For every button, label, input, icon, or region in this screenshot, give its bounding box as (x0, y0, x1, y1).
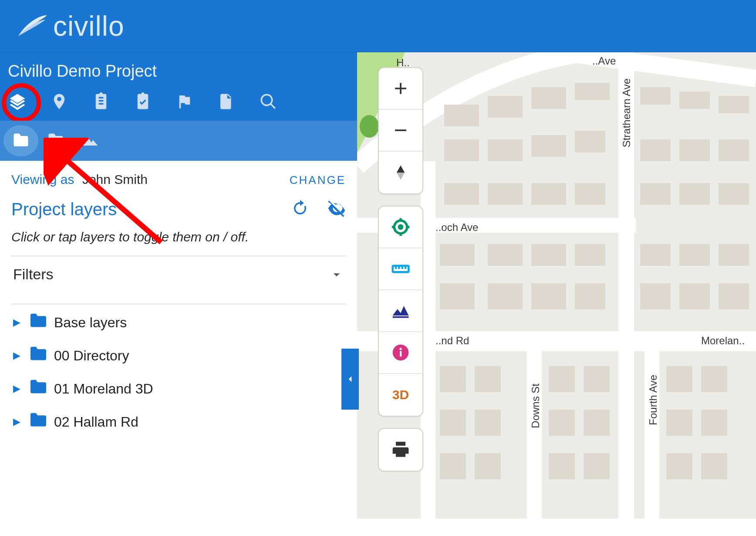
svg-rect-32 (488, 244, 523, 266)
street-label: Strathearn Ave (621, 78, 633, 147)
map-canvas[interactable]: H.. ..Ave Strathearn Ave ..och Ave ..nd … (357, 52, 756, 536)
svg-rect-28 (640, 183, 671, 205)
reset-north-button[interactable] (379, 152, 422, 193)
print-control-group (378, 428, 423, 472)
map-controls: 3D (378, 67, 423, 472)
folder-icon (29, 313, 48, 332)
street-label: ..Ave (592, 55, 616, 67)
refresh-button[interactable] (291, 199, 309, 219)
sidebar-subtabs (0, 121, 357, 161)
subtab-folder[interactable] (3, 125, 38, 156)
layer-folder-item[interactable]: ▶ 01 Moreland 3D (11, 372, 346, 405)
tool-search[interactable] (256, 89, 280, 114)
svg-rect-50 (701, 366, 727, 392)
print-button[interactable] (379, 429, 422, 471)
filters-label: Filters (13, 266, 54, 283)
tool-pin[interactable] (47, 89, 71, 114)
svg-rect-41 (575, 283, 605, 309)
info-icon (391, 343, 410, 362)
sidebar-collapse-button[interactable] (341, 349, 359, 410)
svg-rect-34 (575, 244, 605, 266)
refresh-icon (291, 199, 309, 217)
svg-rect-15 (679, 92, 710, 109)
change-user-link[interactable]: CHANGE (290, 173, 346, 187)
terrain-icon (81, 131, 100, 150)
visibility-off-button[interactable] (327, 199, 346, 219)
subtab-terrain[interactable] (73, 125, 108, 156)
flag-icon (176, 92, 194, 111)
tool-file[interactable] (214, 89, 239, 114)
layers-panel: Viewing as John Smith CHANGE Project lay… (0, 161, 357, 536)
tool-checklist[interactable] (131, 89, 155, 114)
svg-rect-54 (584, 410, 610, 436)
street-label: Downs St (530, 383, 542, 428)
three-d-label: 3D (392, 387, 409, 402)
three-d-button[interactable]: 3D (379, 374, 422, 416)
file-icon (217, 92, 236, 111)
layer-name: 01 Moreland 3D (54, 381, 153, 397)
svg-rect-59 (549, 453, 575, 479)
svg-rect-67 (400, 351, 402, 356)
brand-swoosh-icon (17, 14, 48, 38)
svg-rect-6 (645, 331, 659, 536)
tool-flag[interactable] (172, 89, 197, 114)
svg-point-64 (398, 224, 404, 230)
svg-rect-37 (719, 244, 749, 266)
layer-folder-item[interactable]: ▶ 00 Directory (11, 339, 346, 372)
svg-rect-18 (488, 139, 523, 161)
svg-rect-38 (440, 283, 475, 309)
layer-name: Base layers (54, 315, 127, 331)
caret-right-icon: ▶ (13, 317, 21, 328)
svg-rect-27 (575, 183, 605, 205)
svg-rect-36 (679, 244, 710, 266)
svg-rect-45 (440, 366, 466, 392)
zoom-control-group (378, 67, 423, 194)
svg-rect-26 (531, 183, 566, 205)
tool-clipboard[interactable] (89, 89, 113, 114)
svg-rect-31 (440, 244, 475, 266)
folder-icon (11, 131, 30, 150)
svg-rect-58 (475, 453, 501, 479)
svg-rect-62 (701, 453, 727, 479)
info-button[interactable] (379, 332, 422, 374)
chevron-left-icon (344, 373, 356, 385)
svg-rect-12 (531, 87, 566, 109)
ruler-icon (391, 259, 410, 278)
svg-rect-24 (444, 183, 479, 205)
layer-folder-item[interactable]: ▶ 02 Hallam Rd (11, 405, 346, 438)
locate-button[interactable] (379, 207, 422, 248)
caret-right-icon: ▶ (13, 416, 21, 427)
street-label: Morelan.. (701, 335, 745, 347)
pin-icon (50, 92, 68, 111)
app-header: civillo (0, 0, 756, 52)
measure-button[interactable] (379, 248, 422, 290)
viewing-row: Viewing as John Smith CHANGE (11, 172, 346, 187)
svg-rect-46 (475, 366, 501, 392)
street-label: Fourth Ave (647, 375, 659, 425)
visibility-off-icon (327, 199, 346, 217)
filters-row[interactable]: Filters (11, 256, 346, 292)
sidebar-toolbar (0, 85, 357, 121)
minus-icon (391, 121, 410, 140)
zoom-in-button[interactable] (379, 68, 422, 110)
sidebar: Civillo Demo Project (0, 52, 357, 536)
viewing-user: John Smith (82, 172, 148, 187)
caret-right-icon: ▶ (13, 383, 21, 394)
layer-folder-item[interactable]: ▶ Base layers (11, 306, 346, 339)
subtab-person-folder[interactable] (38, 125, 73, 156)
svg-rect-19 (531, 135, 566, 157)
chevron-down-icon (329, 267, 344, 282)
svg-rect-20 (575, 131, 605, 153)
zoom-out-button[interactable] (379, 110, 422, 152)
svg-rect-44 (719, 283, 749, 309)
svg-rect-22 (679, 139, 710, 161)
profile-button[interactable] (379, 290, 422, 332)
svg-rect-47 (549, 366, 575, 392)
svg-rect-35 (640, 244, 671, 266)
person-folder-icon (46, 131, 65, 150)
svg-rect-48 (584, 366, 610, 392)
separator (11, 304, 346, 304)
svg-rect-61 (666, 453, 692, 479)
svg-rect-56 (701, 410, 727, 436)
tool-layers[interactable] (5, 89, 30, 114)
